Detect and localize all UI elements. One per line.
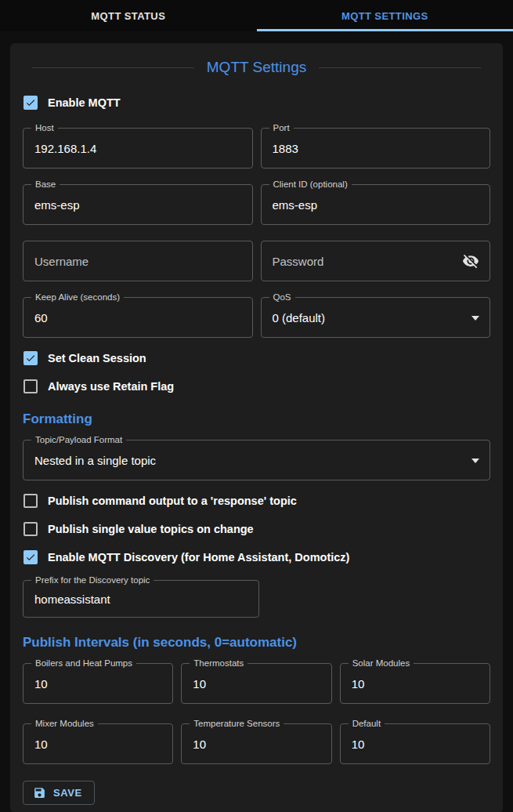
title-divider-right	[319, 67, 481, 68]
tab-mqtt-status[interactable]: MQTT STATUS	[0, 0, 257, 31]
password-input[interactable]	[262, 241, 490, 281]
thermostats-interval-field[interactable]: Thermostats	[181, 663, 331, 704]
default-interval-input[interactable]	[341, 724, 490, 763]
always-retain-label: Always use Retain Flag	[48, 380, 174, 393]
enable-mqtt-checkbox[interactable]	[23, 96, 38, 110]
publish-single-row[interactable]: Publish single value topics on change	[23, 520, 490, 538]
card-title-row: MQTT Settings	[32, 56, 481, 79]
tab-mqtt-status-label: MQTT STATUS	[91, 10, 165, 22]
publish-single-label: Publish single value topics on change	[48, 523, 254, 535]
temperature-interval-field[interactable]: Temperature Sensors	[181, 723, 331, 764]
formatting-heading: Formatting	[23, 411, 490, 429]
save-button-label: SAVE	[53, 787, 82, 799]
publish-intervals-heading: Publish Intervals (in seconds, 0=automat…	[23, 635, 490, 652]
default-interval-field[interactable]: Default	[340, 723, 490, 764]
enable-mqtt-row[interactable]: Enable MQTT	[23, 93, 490, 112]
topic-format-selected-value: Nested in a single topic	[23, 454, 156, 467]
mixer-interval-label: Mixer Modules	[31, 719, 98, 729]
topic-format-select-label: Topic/Payload Format	[31, 435, 126, 445]
mixer-interval-field[interactable]: Mixer Modules	[23, 723, 173, 764]
tab-mqtt-settings-label: MQTT SETTINGS	[341, 10, 428, 22]
base-input[interactable]	[23, 185, 252, 224]
host-field-label: Host	[31, 123, 58, 133]
discovery-prefix-field[interactable]: Prefix for the Discovery topic	[23, 580, 259, 618]
check-icon	[25, 96, 36, 109]
client-id-field[interactable]: Client ID (optional)	[261, 184, 491, 225]
active-tab-indicator	[257, 29, 513, 31]
base-field[interactable]: Base	[23, 184, 253, 225]
always-retain-row[interactable]: Always use Retain Flag	[23, 377, 490, 396]
qos-selected-value: 0 (default)	[262, 311, 326, 324]
check-icon	[25, 551, 36, 564]
mqtt-settings-card: MQTT Settings Enable MQTT Host Port Base…	[10, 43, 503, 812]
discovery-prefix-input[interactable]	[23, 581, 258, 617]
thermostats-interval-input[interactable]	[182, 664, 331, 703]
port-field[interactable]: Port	[261, 128, 491, 169]
toggle-password-visibility-button[interactable]	[460, 250, 482, 272]
save-icon	[33, 786, 46, 799]
keep-alive-field-label: Keep Alive (seconds)	[31, 292, 124, 303]
host-port-row: Host Port	[23, 128, 490, 169]
intervals-row-2: Mixer Modules Temperature Sensors Defaul…	[23, 723, 490, 764]
solar-interval-input[interactable]	[341, 664, 490, 703]
default-interval-label: Default	[349, 719, 385, 729]
visibility-off-icon	[462, 252, 479, 270]
client-id-field-label: Client ID (optional)	[269, 179, 352, 190]
client-id-input[interactable]	[262, 185, 490, 224]
port-input[interactable]	[262, 129, 490, 168]
chevron-down-icon	[471, 316, 479, 321]
publish-response-label: Publish command output to a 'response' t…	[48, 495, 297, 507]
keep-alive-input[interactable]	[23, 298, 252, 337]
qos-select-label: QoS	[269, 292, 295, 303]
page-title: MQTT Settings	[194, 59, 319, 76]
port-field-label: Port	[269, 123, 294, 133]
boilers-interval-field[interactable]: Boilers and Heat Pumps	[23, 663, 173, 704]
topic-format-select[interactable]: Topic/Payload Format Nested in a single …	[23, 440, 490, 480]
title-divider-left	[32, 67, 194, 68]
qos-select[interactable]: QoS 0 (default)	[261, 297, 491, 338]
username-input[interactable]	[23, 241, 252, 281]
solar-interval-label: Solar Modules	[349, 658, 414, 669]
thermostats-interval-label: Thermostats	[190, 658, 247, 669]
save-button[interactable]: SAVE	[23, 781, 95, 805]
intervals-row-1: Boilers and Heat Pumps Thermostats Solar…	[23, 663, 490, 704]
tab-mqtt-settings[interactable]: MQTT SETTINGS	[257, 0, 513, 31]
credentials-row	[23, 241, 490, 281]
publish-response-checkbox[interactable]	[23, 494, 38, 508]
chevron-down-icon	[471, 459, 479, 463]
enable-discovery-row[interactable]: Enable MQTT Discovery (for Home Assistan…	[23, 548, 490, 567]
boilers-interval-label: Boilers and Heat Pumps	[31, 658, 136, 669]
keep-alive-field[interactable]: Keep Alive (seconds)	[23, 297, 253, 338]
enable-discovery-label: Enable MQTT Discovery (for Home Assistan…	[48, 551, 349, 564]
base-clientid-row: Base Client ID (optional)	[23, 184, 490, 225]
base-field-label: Base	[31, 179, 60, 190]
temperature-interval-input[interactable]	[182, 724, 331, 763]
check-icon	[25, 352, 36, 364]
host-input[interactable]	[23, 129, 252, 168]
set-clean-session-row[interactable]: Set Clean Session	[23, 349, 490, 368]
password-field[interactable]	[261, 241, 491, 281]
keepalive-qos-row: Keep Alive (seconds) QoS 0 (default)	[23, 297, 490, 338]
set-clean-session-checkbox[interactable]	[23, 351, 38, 365]
publish-single-checkbox[interactable]	[23, 522, 38, 536]
username-field[interactable]	[23, 241, 253, 281]
always-retain-checkbox[interactable]	[23, 379, 38, 393]
temperature-interval-label: Temperature Sensors	[190, 719, 284, 729]
host-field[interactable]: Host	[23, 128, 253, 169]
boilers-interval-input[interactable]	[23, 664, 172, 703]
enable-discovery-checkbox[interactable]	[23, 550, 38, 564]
mixer-interval-input[interactable]	[23, 724, 172, 763]
publish-response-row[interactable]: Publish command output to a 'response' t…	[23, 491, 490, 510]
discovery-prefix-field-label: Prefix for the Discovery topic	[31, 575, 154, 585]
solar-interval-field[interactable]: Solar Modules	[340, 663, 490, 704]
tab-bar: MQTT STATUS MQTT SETTINGS	[0, 0, 513, 31]
enable-mqtt-label: Enable MQTT	[48, 96, 121, 109]
set-clean-session-label: Set Clean Session	[48, 352, 146, 364]
